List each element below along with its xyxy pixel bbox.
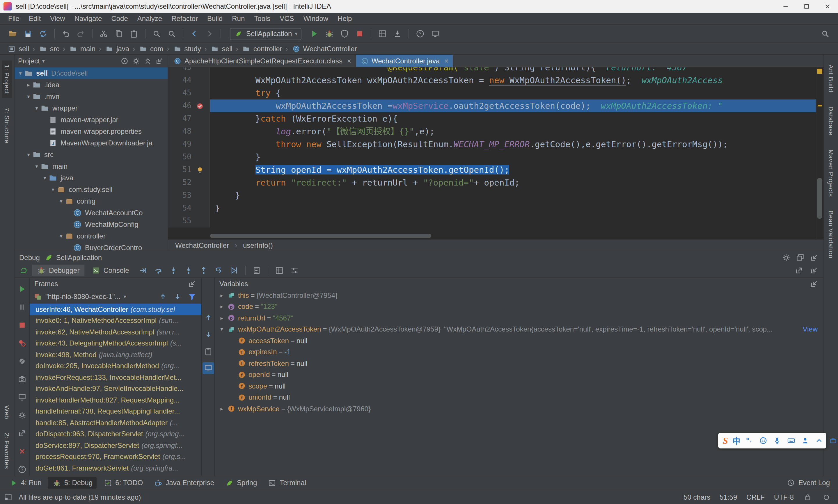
- pause-program-button[interactable]: [15, 301, 29, 313]
- stripe-button-7-structure[interactable]: 7: Structure: [2, 104, 12, 148]
- menu-item-vcs[interactable]: VCS: [275, 13, 299, 25]
- navigate-forward-button[interactable]: [202, 27, 216, 41]
- stack-frame-8[interactable]: invokeHandlerMethod:827, RequestMapping.…: [30, 394, 201, 406]
- tree-node-java[interactable]: ▾java: [15, 172, 167, 184]
- variable-returnurl[interactable]: ▸preturnUrl="4567": [215, 312, 823, 324]
- toolwindow-tab-spring[interactable]: Spring: [220, 477, 261, 489]
- nav-crumb-com-4[interactable]: com: [137, 44, 164, 53]
- run-config-selector[interactable]: SellApplication▾: [230, 28, 302, 40]
- project-view-chevron-icon[interactable]: ▾: [42, 58, 45, 64]
- var-toggle-icon[interactable]: ▾: [218, 327, 225, 332]
- navigate-back-button[interactable]: [188, 27, 201, 41]
- paste-button[interactable]: [127, 27, 141, 41]
- collapse-all-icon[interactable]: [143, 56, 153, 66]
- code-line-47[interactable]: 47 }catch (WxErrorException e){: [168, 112, 816, 125]
- editor-error-stripe[interactable]: [816, 68, 823, 239]
- stack-frame-3[interactable]: invoke:43, DelegatingMethodAccessorImpl(…: [30, 338, 201, 349]
- stack-frame-5[interactable]: doInvoke:205, InvocableHandlerMethod(org…: [30, 360, 201, 372]
- toolwindow-tab-terminal[interactable]: Terminal: [263, 477, 310, 489]
- menu-item-run[interactable]: Run: [227, 13, 249, 25]
- var-toggle-icon[interactable]: ▸: [218, 292, 225, 299]
- var-toggle-icon[interactable]: ▸: [218, 304, 225, 310]
- step-out-button[interactable]: [197, 264, 211, 277]
- ime-punctuation-icon[interactable]: [745, 436, 754, 445]
- tree-toggle-icon[interactable]: ▾: [25, 94, 32, 100]
- menu-item-file[interactable]: File: [3, 13, 24, 25]
- tree-node-com-study-sell[interactable]: ▾com.study.sell: [15, 184, 167, 195]
- stack-frame-0[interactable]: userInfo:46, WechatController(com.study.…: [30, 304, 201, 315]
- hide-debug-icon[interactable]: [809, 253, 819, 262]
- tree-node-maven-wrapper-properties[interactable]: maven-wrapper.properties: [15, 126, 167, 137]
- code-line-54[interactable]: 54}: [168, 202, 816, 215]
- hide-library-frames-button[interactable]: [186, 291, 198, 303]
- stack-frame-4[interactable]: invoke:498, Method(java.lang.reflect): [30, 349, 201, 360]
- mute-breakpoints-button[interactable]: [15, 355, 29, 367]
- menu-item-edit[interactable]: Edit: [24, 13, 46, 25]
- save-all-button[interactable]: [21, 27, 35, 41]
- breadcrumb-method[interactable]: userInfo(): [243, 241, 273, 249]
- resume-program-button[interactable]: [15, 283, 29, 295]
- editor-hscrollbar[interactable]: [210, 233, 816, 238]
- nav-crumb-java-3[interactable]: java: [104, 44, 130, 53]
- tree-toggle-icon[interactable]: ▾: [58, 233, 65, 239]
- stack-frame-12[interactable]: doService:897, DispatcherServlet(org.spr…: [30, 440, 201, 451]
- thread-dump-button[interactable]: [15, 373, 29, 385]
- menu-item-build[interactable]: Build: [202, 13, 227, 25]
- tree-node-src[interactable]: ▾src: [15, 149, 167, 161]
- variable-scope[interactable]: fscope=null: [215, 380, 823, 392]
- step-over-button[interactable]: [151, 264, 165, 277]
- editor-tab-wechatcontroller-java[interactable]: CWechatController.java×: [356, 55, 453, 67]
- stack-frame-6[interactable]: invokeForRequest:133, InvocableHandlerMe…: [30, 372, 201, 383]
- debugger-settings-button[interactable]: [287, 264, 301, 277]
- compare-button[interactable]: [376, 27, 390, 41]
- menu-item-help[interactable]: Help: [333, 13, 356, 25]
- previous-frame-button[interactable]: [157, 291, 169, 303]
- ime-keyboard-icon[interactable]: [787, 436, 796, 445]
- variable-openid[interactable]: fopenId=null: [215, 369, 823, 380]
- synchronize-button[interactable]: [36, 27, 50, 41]
- tree-node-wechatmpconfig[interactable]: CWechatMpConfig: [15, 219, 167, 230]
- view-link[interactable]: View: [802, 325, 823, 334]
- tree-node-config[interactable]: ▾config: [15, 195, 167, 207]
- minimize-button[interactable]: [775, 0, 796, 13]
- debug-help-button[interactable]: ?: [15, 463, 29, 475]
- encoding[interactable]: UTF-8: [774, 493, 794, 501]
- ime-logo[interactable]: S: [723, 435, 728, 446]
- code-line-44[interactable]: 44 WxMpOAuth2AccessToken wxMpOAuth2Acces…: [168, 74, 816, 87]
- toolwindow-tab-4-run[interactable]: 4: Run: [5, 477, 46, 489]
- variable-this[interactable]: ▸this={WechatController@7954}: [215, 290, 823, 301]
- redo-button[interactable]: [74, 27, 88, 41]
- nav-crumb-study-5[interactable]: study: [172, 44, 202, 53]
- editor-vscrollbar-thumb[interactable]: [817, 178, 822, 219]
- float-window-icon[interactable]: [796, 253, 805, 262]
- stack-frame-2[interactable]: invoke:62, NativeMethodAccessorImpl(sun.…: [30, 326, 201, 338]
- restore-layout-button[interactable]: [792, 264, 806, 277]
- variable-accesstoken[interactable]: faccessToken=null: [215, 335, 823, 346]
- copy-button[interactable]: [112, 27, 126, 41]
- run-with-coverage-button[interactable]: [338, 27, 352, 41]
- stack-frame-13[interactable]: processRequest:970, FrameworkServlet(org…: [30, 451, 201, 463]
- tree-node-main[interactable]: ▾main: [15, 161, 167, 172]
- frames-scroll-down-button[interactable]: [202, 329, 214, 340]
- thread-selector[interactable]: "http-nio-8080-exec-1"...▾: [30, 290, 201, 304]
- tree-toggle-icon[interactable]: ▾: [58, 198, 65, 204]
- warning-mark[interactable]: [818, 105, 822, 106]
- stripe-button-maven-projects[interactable]: Maven Projects: [826, 145, 836, 201]
- variable-refreshtoken[interactable]: frefreshToken=null: [215, 358, 823, 369]
- code-line-46[interactable]: 46 wxMpOAuth2AccessToken =wxMpService.oa…: [168, 100, 816, 112]
- tree-toggle-icon[interactable]: ▾: [17, 70, 24, 76]
- ime-microphone-icon[interactable]: [773, 436, 782, 445]
- debug-gear-icon[interactable]: [782, 253, 791, 262]
- drop-frame-button[interactable]: [212, 264, 226, 277]
- menu-item-analyze[interactable]: Analyze: [133, 13, 167, 25]
- ime-account-icon[interactable]: [801, 436, 810, 445]
- line-ending[interactable]: CRLF: [746, 493, 765, 501]
- close-session-button[interactable]: [15, 445, 29, 457]
- ime-toolbox-icon[interactable]: [829, 436, 838, 445]
- variable-code[interactable]: ▸pcode="123": [215, 301, 823, 312]
- restore-debug-layout-button[interactable]: [15, 427, 29, 439]
- code-line-55[interactable]: 55: [168, 215, 816, 228]
- variable-wxmpservice[interactable]: ▸fwxMpService={WxMpServiceImpl@7960}: [215, 403, 823, 414]
- tree-toggle-icon[interactable]: ▸: [25, 82, 32, 88]
- stripe-button-web[interactable]: Web: [2, 401, 12, 423]
